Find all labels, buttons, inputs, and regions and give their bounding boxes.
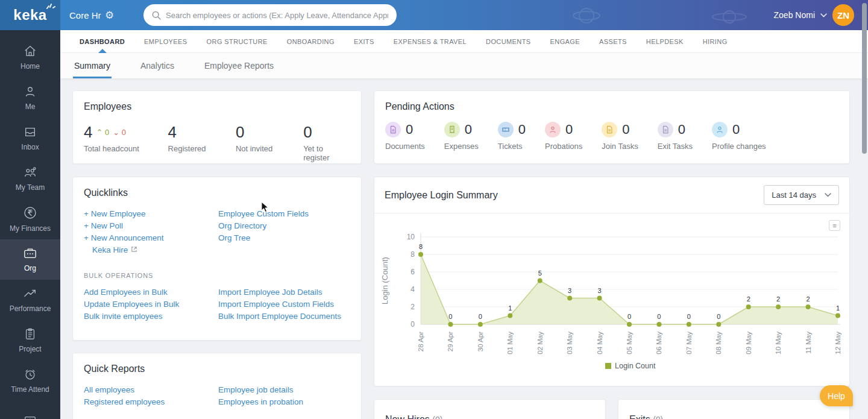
- link-import-employee-job-details[interactable]: Import Employee Job Details: [218, 286, 350, 298]
- link-keka-hire[interactable]: Keka Hire: [84, 244, 218, 256]
- date-range-value: Last 14 days: [772, 191, 816, 200]
- svg-text:6: 6: [410, 268, 415, 276]
- svg-text:1: 1: [508, 304, 512, 312]
- user-menu[interactable]: Zoeb Nomi ZN: [774, 0, 854, 30]
- stat-total-headcount: 4⌃ 0⌄ 0Total headcount: [84, 123, 168, 162]
- quick-reports-title: Quick Reports: [84, 364, 350, 374]
- quick-reports-col2: Employee job detailsEmployees in probati…: [218, 384, 350, 408]
- nav-tab-employees[interactable]: EMPLOYEES: [134, 30, 197, 53]
- app-title: Core Hr: [69, 0, 101, 30]
- sidebar-item-me[interactable]: Me: [0, 78, 60, 118]
- link-import-employee-custom-fields[interactable]: Import Employee Custom Fields: [218, 298, 350, 310]
- search-input[interactable]: [166, 11, 388, 20]
- stat-value: 4: [84, 123, 92, 142]
- link-org-tree[interactable]: Org Tree: [218, 232, 350, 244]
- person-icon: [545, 122, 561, 137]
- global-search[interactable]: [143, 4, 397, 26]
- date-range-dropdown[interactable]: Last 14 days: [764, 185, 839, 205]
- link-update-employees-in-bulk[interactable]: Update Employees in Bulk: [84, 298, 218, 310]
- link-bulk-invite-employees[interactable]: Bulk invite employees: [84, 310, 218, 323]
- sidebar-item-performance[interactable]: Performance: [0, 280, 60, 320]
- pending-join-tasks[interactable]: 0Join Tasks: [602, 122, 638, 151]
- nav-tab-hiring[interactable]: HIRING: [693, 30, 737, 53]
- logo-text: keka: [13, 7, 46, 23]
- nav-tab-helpdesk[interactable]: HELPDESK: [637, 30, 693, 53]
- pending-probations[interactable]: 0Probations: [545, 122, 582, 151]
- login-summary-card: Employee Login Summary Last 14 days ≡ 80…: [374, 177, 850, 386]
- svg-text:10: 10: [407, 233, 415, 241]
- subtab-summary[interactable]: Summary: [73, 61, 112, 78]
- chevron-down-icon: [820, 13, 827, 17]
- active-tab-indicator: [98, 49, 107, 53]
- link-add-employees-in-bulk[interactable]: Add Employees in Bulk: [84, 286, 218, 298]
- pending-label: Profile changes: [712, 142, 766, 151]
- sidebar-item-home[interactable]: Home: [0, 37, 60, 78]
- sidebar-item-org[interactable]: Org: [0, 239, 60, 280]
- login-chart-svg: 800153300002221024681028 Apr29 Apr30 Apr…: [374, 213, 849, 386]
- nav-tab-documents[interactable]: DOCUMENTS: [476, 30, 541, 53]
- chart-menu-icon[interactable]: ≡: [829, 220, 840, 231]
- svg-text:3: 3: [568, 287, 571, 294]
- pending-label: Tickets: [498, 142, 526, 151]
- nav-tab-org-structure[interactable]: ORG STRUCTURE: [197, 30, 277, 53]
- pending-count: 0: [518, 122, 526, 137]
- svg-text:1: 1: [836, 304, 840, 312]
- svg-text:8: 8: [410, 250, 415, 259]
- pending-profile-changes[interactable]: 0Profile changes: [712, 122, 766, 151]
- link-new-employee[interactable]: + New Employee: [84, 208, 218, 220]
- nav-tab-assets[interactable]: ASSETS: [590, 30, 637, 53]
- stat-label: Not invited: [236, 144, 303, 153]
- nav-tab-dashboard[interactable]: DASHBOARD: [70, 30, 134, 53]
- sidebar: HomeMeInboxMy TeamMy FinancesOrgPerforma…: [0, 30, 60, 419]
- link-employee-job-details[interactable]: Employee job details: [218, 384, 350, 396]
- user-icon: [24, 85, 37, 98]
- sidebar-item-label: Home: [20, 62, 40, 71]
- nav-tab-engage[interactable]: ENGAGE: [541, 30, 590, 53]
- svg-text:04 May: 04 May: [596, 332, 603, 354]
- stat-registered: 4Registered: [168, 123, 236, 162]
- svg-text:0: 0: [717, 313, 720, 320]
- svg-text:5: 5: [538, 269, 542, 277]
- subtab-analytics[interactable]: Analytics: [139, 61, 175, 78]
- sidebar-item-my-team[interactable]: My Team: [0, 159, 60, 199]
- link-all-employees[interactable]: All employees: [84, 384, 218, 396]
- nav-tab-expenses-travel[interactable]: EXPENSES & TRAVEL: [384, 30, 476, 53]
- pending-exit-tasks[interactable]: 0Exit Tasks: [658, 122, 693, 151]
- nav-tab-exits[interactable]: EXITS: [344, 30, 384, 53]
- sidebar-item-inbox[interactable]: Inbox: [0, 118, 60, 159]
- pending-expenses[interactable]: 0Expenses: [444, 122, 479, 151]
- scrollbar-thumb[interactable]: [862, 3, 867, 154]
- trend-icon: [23, 287, 37, 300]
- svg-text:06 May: 06 May: [655, 332, 662, 354]
- login-summary-title: Employee Login Summary: [385, 190, 498, 201]
- avatar[interactable]: ZN: [832, 4, 854, 26]
- sidebar-item-time-attend[interactable]: Time Attend: [0, 361, 60, 401]
- sidebar-item-psa[interactable]: [0, 401, 60, 419]
- stat-value: 0: [236, 123, 244, 142]
- pending-documents[interactable]: 0Documents: [385, 122, 425, 151]
- subtab-employee-reports[interactable]: Employee Reports: [203, 61, 275, 78]
- pending-actions-title: Pending Actions: [385, 101, 838, 112]
- help-button[interactable]: Help: [820, 385, 853, 406]
- link-bulk-import-employee-documents[interactable]: Bulk Import Employee Documents: [218, 310, 350, 323]
- link-employees-in-probation[interactable]: Employees in probation: [218, 396, 350, 408]
- new-hires-card: New Hires (0): [374, 399, 606, 419]
- clock-icon: [24, 368, 37, 381]
- svg-text:12 May: 12 May: [834, 332, 841, 354]
- settings-gear-icon[interactable]: ⚙: [105, 0, 114, 30]
- ticket-icon: [498, 122, 514, 137]
- pending-tickets[interactable]: 0Tickets: [498, 122, 526, 151]
- pending-label: Documents: [385, 142, 425, 151]
- link-new-poll[interactable]: + New Poll: [84, 220, 218, 232]
- nav-tab-onboarding[interactable]: ONBOARDING: [277, 30, 344, 53]
- monitor-icon: [23, 415, 37, 419]
- svg-text:0: 0: [479, 313, 482, 320]
- keka-logo[interactable]: keka: [0, 0, 60, 30]
- increase-arrow-icon: ⌃ 0: [96, 128, 109, 137]
- sidebar-item-project[interactable]: Project: [0, 320, 60, 361]
- link-new-announcement[interactable]: + New Announcement: [84, 232, 218, 244]
- link-org-directory[interactable]: Org Directory: [218, 220, 350, 232]
- link-registered-employees[interactable]: Registered employees: [84, 396, 218, 408]
- link-employee-custom-fields[interactable]: Employee Custom Fields: [218, 208, 350, 220]
- sidebar-item-my-finances[interactable]: My Finances: [0, 199, 60, 239]
